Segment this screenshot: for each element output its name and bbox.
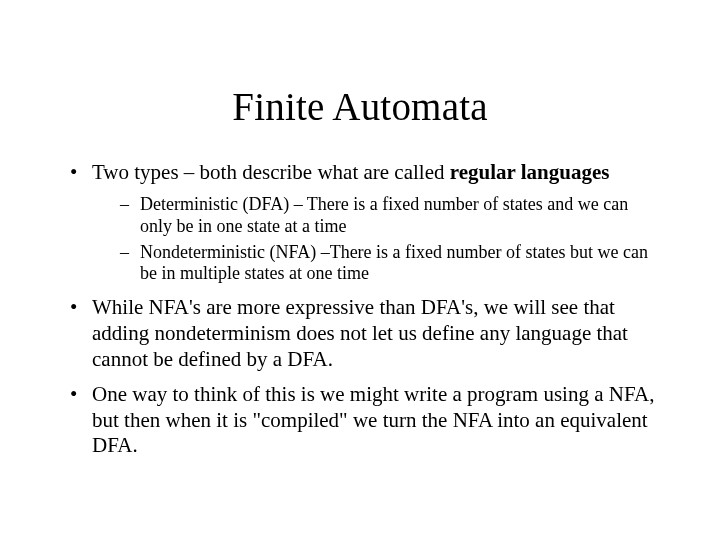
slide-title: Finite Automata [0,0,720,129]
bullet-3: One way to think of this is we might wri… [66,382,660,459]
bullet-1-text-bold: regular languages [450,160,610,184]
sub-bullet-list: Deterministic (DFA) – There is a fixed n… [92,194,660,286]
sub-bullet-1a: Deterministic (DFA) – There is a fixed n… [92,194,660,238]
sub-bullet-1b: Nondeterministic (NFA) –There is a fixed… [92,242,660,286]
slide: Finite Automata Two types – both describ… [0,0,720,540]
bullet-2: While NFA's are more expressive than DFA… [66,295,660,372]
bullet-list: Two types – both describe what are calle… [66,160,660,459]
slide-body: Two types – both describe what are calle… [66,160,660,469]
bullet-1-text-pre: Two types – both describe what are calle… [92,160,450,184]
bullet-1: Two types – both describe what are calle… [66,160,660,285]
